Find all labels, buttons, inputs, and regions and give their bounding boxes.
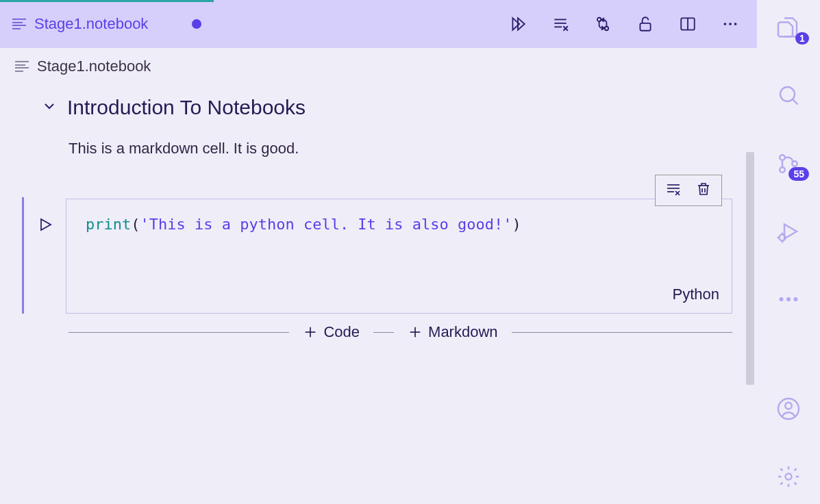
settings-gear-icon[interactable] [775, 464, 802, 490]
compare-changes-icon[interactable] [593, 14, 613, 34]
svg-marker-30 [784, 224, 797, 238]
add-code-label: Code [323, 323, 360, 341]
code-token-punc: ) [512, 216, 521, 233]
collapse-section-icon[interactable] [41, 98, 58, 117]
cell-toolbar [655, 175, 722, 206]
run-cell-icon[interactable] [37, 216, 53, 236]
markdown-title[interactable]: Introduction To Notebooks [67, 96, 306, 119]
add-markdown-label: Markdown [428, 323, 497, 341]
dirty-indicator-icon [192, 19, 201, 29]
code-editor[interactable]: print('This is a python cell. It is also… [66, 199, 732, 314]
notebook-body: Introduction To Notebooks This is a mark… [0, 75, 757, 504]
clear-outputs-icon[interactable] [550, 14, 571, 34]
svg-point-6 [605, 27, 608, 30]
divider [373, 332, 394, 333]
more-views-icon[interactable] [775, 286, 802, 313]
svg-point-25 [780, 87, 795, 101]
scm-badge: 55 [788, 167, 809, 181]
notebook-file-icon [15, 61, 29, 72]
tab-stage1-notebook[interactable]: Stage1.notebook [0, 0, 214, 48]
svg-point-35 [780, 297, 784, 301]
source-control-icon[interactable]: 55 [775, 150, 802, 177]
add-cell-row: Code Markdown [0, 323, 757, 341]
svg-point-11 [729, 23, 732, 25]
tab-bar: Stage1.notebook [0, 0, 757, 48]
add-code-cell-button[interactable]: Code [303, 323, 360, 341]
more-actions-icon[interactable] [720, 14, 741, 34]
clear-cell-output-icon[interactable] [665, 181, 682, 200]
breadcrumb[interactable]: Stage1.notebook [0, 48, 757, 75]
code-token-string: 'This is a python cell. It is also good!… [140, 216, 512, 233]
svg-point-10 [724, 23, 727, 25]
account-icon[interactable] [775, 395, 802, 422]
svg-point-40 [786, 474, 792, 480]
search-icon[interactable] [775, 81, 802, 108]
explorer-icon[interactable]: 1 [775, 14, 802, 40]
delete-cell-icon[interactable] [695, 181, 712, 200]
code-content[interactable]: print('This is a python cell. It is also… [66, 199, 732, 286]
divider [69, 332, 289, 333]
svg-line-26 [793, 99, 798, 105]
svg-point-5 [597, 18, 601, 21]
svg-point-36 [786, 297, 791, 301]
explorer-badge: 1 [795, 32, 809, 45]
cell-focus-indicator [22, 197, 24, 314]
svg-point-37 [794, 297, 798, 301]
run-all-icon[interactable] [508, 14, 528, 34]
editor-toolbar [214, 0, 757, 48]
markdown-heading-row: Introduction To Notebooks [0, 96, 757, 119]
code-token-punc: ( [131, 216, 140, 233]
markdown-text[interactable]: This is a markdown cell. It is good. [0, 140, 757, 158]
lock-icon[interactable] [635, 14, 656, 34]
code-token-function: print [86, 216, 131, 233]
run-debug-icon[interactable] [775, 218, 802, 244]
split-editor-icon[interactable] [678, 14, 698, 34]
breadcrumb-filename: Stage1.notebook [37, 58, 151, 75]
editor-area: Stage1.notebook Stage1.n [0, 0, 757, 504]
svg-rect-7 [640, 23, 650, 31]
add-markdown-cell-button[interactable]: Markdown [408, 323, 497, 341]
svg-point-12 [734, 23, 737, 25]
code-cell: print('This is a python cell. It is also… [0, 199, 757, 314]
svg-point-29 [792, 161, 797, 166]
divider [512, 332, 732, 333]
cell-language-label[interactable]: Python [66, 286, 732, 313]
svg-point-27 [780, 155, 785, 160]
activity-bar: 1 55 [757, 0, 820, 504]
tab-filename: Stage1.notebook [34, 15, 148, 33]
svg-point-28 [780, 167, 785, 173]
svg-marker-13 [41, 219, 51, 230]
notebook-file-icon [12, 18, 26, 29]
svg-point-39 [785, 403, 792, 410]
